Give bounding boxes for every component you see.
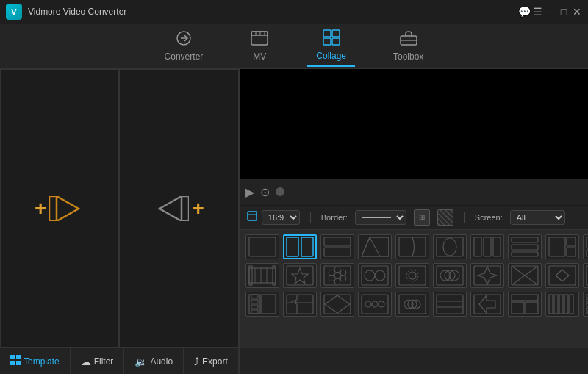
play-btn[interactable]: ▶: [245, 185, 254, 199]
tab-mv[interactable]: MV: [241, 26, 278, 66]
audio-btn[interactable]: 🔉 Audio: [124, 348, 184, 374]
export-toolbar-btn[interactable]: ⤴ Export: [184, 348, 239, 374]
svg-rect-117: [249, 295, 260, 314]
svg-rect-137: [474, 295, 501, 314]
audio-icon: 🔉: [135, 356, 147, 367]
svg-rect-32: [324, 237, 351, 246]
svg-rect-44: [512, 245, 538, 250]
tmpl-rings[interactable]: [433, 263, 467, 288]
svg-marker-125: [325, 295, 350, 313]
svg-rect-130: [399, 295, 426, 314]
svg-rect-29: [249, 237, 276, 256]
converter-label: Converter: [165, 51, 204, 62]
tmpl-strips[interactable]: [545, 292, 579, 317]
tmpl-curved[interactable]: [395, 234, 429, 259]
tmpl-split-h[interactable]: [320, 234, 354, 259]
title-bar: V Vidmore Video Converter 💬 ☰ ─ □ ✕: [0, 0, 588, 24]
maximize-btn[interactable]: □: [559, 7, 569, 17]
plus-icon-2: +: [192, 197, 204, 220]
tmpl-single[interactable]: [245, 234, 279, 259]
filter-label: Filter: [94, 356, 114, 367]
tmpl-3h[interactable]: [508, 234, 542, 259]
svg-rect-121: [251, 310, 258, 314]
progress-dot[interactable]: [276, 187, 284, 196]
tmpl-trapezoid[interactable]: [358, 234, 392, 259]
tab-converter[interactable]: Converter: [156, 26, 212, 66]
svg-rect-10: [332, 38, 340, 45]
tmpl-blocks3[interactable]: [508, 292, 542, 317]
tmpl-star5[interactable]: [283, 263, 317, 288]
tmpl-split-v[interactable]: [283, 234, 317, 259]
tmpl-tb2b[interactable]: [583, 234, 588, 259]
svg-rect-143: [554, 295, 558, 314]
tmpl-rings2[interactable]: [395, 292, 429, 317]
svg-rect-122: [262, 295, 276, 314]
template-row-2: [245, 263, 588, 288]
border-select[interactable]: ────── None Thin: [355, 210, 406, 225]
tmpl-film2[interactable]: [245, 292, 279, 317]
tmpl-strips2[interactable]: [583, 292, 588, 317]
template-row-1: [245, 234, 588, 259]
svg-rect-7: [323, 30, 331, 37]
slot2-content: +: [154, 196, 204, 221]
tmpl-arrow2[interactable]: [470, 292, 504, 317]
tmpl-flag[interactable]: [433, 292, 467, 317]
slot1-content: +: [35, 196, 85, 221]
svg-rect-62: [273, 266, 276, 285]
filter-icon: ☁: [81, 356, 91, 367]
tab-toolbox[interactable]: Toolbox: [384, 26, 432, 66]
chat-btn[interactable]: 💬: [519, 7, 529, 17]
svg-rect-120: [251, 305, 258, 309]
template-icon: [10, 355, 21, 367]
ratio-select[interactable]: 16:9 4:3 1:1 9:16: [262, 210, 300, 225]
pattern-btn[interactable]: ⊞: [414, 209, 430, 226]
preview-area: [240, 69, 588, 179]
svg-marker-67: [292, 268, 308, 284]
left-panel: + +: [0, 69, 240, 374]
tmpl-puzzle[interactable]: [283, 292, 317, 317]
stop-btn[interactable]: ⊙: [260, 185, 270, 199]
tmpl-cross[interactable]: [508, 263, 542, 288]
tmpl-gear[interactable]: [395, 263, 429, 288]
export-toolbar-label: Export: [202, 356, 228, 367]
tmpl-3v[interactable]: [470, 234, 504, 259]
hatched-btn[interactable]: [437, 209, 453, 226]
filter-btn[interactable]: ☁ Filter: [71, 348, 125, 374]
svg-rect-60: [249, 268, 276, 283]
screen-select[interactable]: All Screen 1 Screen 2: [510, 210, 565, 225]
menu-btn[interactable]: ☰: [532, 7, 542, 17]
tmpl-star4[interactable]: [470, 263, 504, 288]
video-slot-1[interactable]: +: [0, 69, 119, 348]
svg-rect-142: [549, 295, 553, 314]
video-slot-2[interactable]: +: [119, 69, 238, 348]
svg-rect-68: [324, 266, 351, 285]
export-footer: Export: [240, 348, 588, 374]
svg-line-36: [370, 237, 380, 256]
svg-rect-47: [567, 237, 576, 246]
svg-marker-17: [159, 196, 182, 221]
minimize-btn[interactable]: ─: [545, 7, 556, 17]
template-grid: [240, 230, 588, 348]
tmpl-diamond2[interactable]: [320, 292, 354, 317]
tmpl-film[interactable]: [245, 263, 279, 288]
screen-label: Screen:: [475, 213, 503, 222]
tmpl-stripes-v[interactable]: [583, 263, 588, 288]
close-btn[interactable]: ✕: [572, 7, 582, 17]
tab-collage[interactable]: Collage: [307, 25, 355, 67]
tmpl-oval[interactable]: [433, 234, 467, 259]
template-btn[interactable]: Template: [0, 348, 71, 374]
tmpl-flower[interactable]: [320, 263, 354, 288]
tmpl-dots3[interactable]: [358, 292, 392, 317]
collage-label: Collage: [316, 51, 346, 61]
svg-point-39: [443, 238, 456, 256]
sep1: [310, 212, 311, 223]
preview-right: [506, 69, 588, 179]
nav-tabs: Converter MV Collage: [0, 24, 588, 69]
svg-rect-41: [484, 237, 491, 256]
svg-rect-48: [567, 248, 576, 256]
svg-rect-46: [549, 237, 565, 256]
svg-rect-145: [564, 295, 568, 314]
tmpl-circles2[interactable]: [358, 263, 392, 288]
tmpl-lb2r[interactable]: [545, 234, 579, 259]
tmpl-arrows[interactable]: [545, 263, 579, 288]
